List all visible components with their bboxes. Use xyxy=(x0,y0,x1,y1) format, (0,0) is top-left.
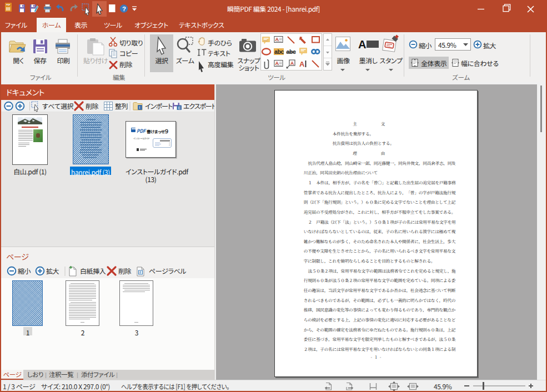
svg-text:abc: abc xyxy=(287,48,296,55)
svg-text:A: A xyxy=(290,61,294,66)
svg-text:A: A xyxy=(358,38,366,51)
svg-text:A: A xyxy=(299,60,305,68)
svg-text:abc: abc xyxy=(274,48,284,55)
svg-text:E: E xyxy=(178,106,181,110)
